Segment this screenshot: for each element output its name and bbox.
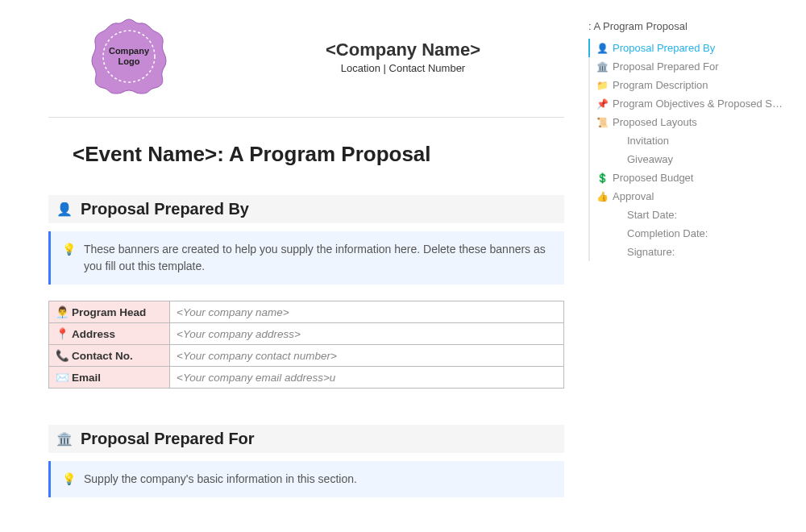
outline-item-label: Start Date: bbox=[627, 209, 677, 221]
field-label: Address bbox=[72, 328, 115, 340]
lightbulb-icon: 💡 bbox=[62, 471, 76, 488]
logo-container: Company Logo bbox=[48, 16, 210, 97]
section-proposal-prepared-by: 👤 Proposal Prepared By bbox=[48, 195, 564, 223]
table-row: ✉️Email <Your company email address>u bbox=[49, 367, 564, 389]
outline-item-label: Proposal Prepared For bbox=[613, 60, 719, 73]
phone-icon: 📞 bbox=[56, 349, 69, 362]
outline-item-label: Invitation bbox=[627, 135, 669, 147]
outline-item-icon: 📁 bbox=[596, 80, 608, 91]
info-banner: 💡 These banners are created to help you … bbox=[48, 231, 564, 285]
lightbulb-icon: 💡 bbox=[62, 241, 76, 275]
outline-item-label: Proposal Prepared By bbox=[613, 42, 715, 54]
section-title: Proposal Prepared For bbox=[81, 430, 255, 448]
table-row: 📍Address <Your company address> bbox=[49, 323, 564, 345]
outline-item-icon: 📌 bbox=[596, 98, 608, 110]
outline-item[interactable]: 📜Proposed Layouts bbox=[588, 113, 794, 131]
outline-item-label: Completion Date: bbox=[627, 227, 708, 239]
field-label: Program Head bbox=[72, 306, 146, 318]
outline-item[interactable]: Invitation bbox=[588, 131, 794, 150]
email-field[interactable]: <Your company email address>u bbox=[170, 367, 564, 389]
address-field[interactable]: <Your company address> bbox=[170, 323, 564, 345]
outline-item[interactable]: Start Date: bbox=[588, 206, 794, 224]
outline-item-label: Giveaway bbox=[627, 153, 673, 165]
outline-item[interactable]: 👤Proposal Prepared By bbox=[588, 39, 794, 57]
outline-item-icon: 💲 bbox=[596, 172, 608, 184]
program-head-field[interactable]: <Your company name> bbox=[170, 301, 564, 323]
logo-text-line2: Logo bbox=[118, 56, 140, 66]
table-row: 📞Contact No. <Your company contact numbe… bbox=[49, 345, 564, 367]
event-title: <Event Name>: A Program Proposal bbox=[73, 142, 564, 167]
outline-item-label: Program Objectives & Proposed S… bbox=[613, 98, 783, 110]
outline-item-label: Approval bbox=[613, 190, 654, 202]
outline-item[interactable]: 💲Proposed Budget bbox=[588, 168, 794, 187]
outline-item[interactable]: 📌Program Objectives & Proposed S… bbox=[588, 94, 794, 113]
prepared-by-table: 👨‍💼Program Head <Your company name> 📍Add… bbox=[48, 301, 564, 389]
banner-text: These banners are created to help you su… bbox=[84, 241, 553, 275]
document-header: Company Logo <Company Name> Location | C… bbox=[48, 16, 564, 97]
outline-item-label: Signature: bbox=[627, 246, 675, 258]
company-subline: Location | Contact Number bbox=[242, 62, 564, 74]
outline-item-label: Proposed Layouts bbox=[613, 116, 697, 128]
document-outline: : A Program Proposal 👤Proposal Prepared … bbox=[588, 20, 794, 261]
outline-item-icon: 🏛️ bbox=[596, 61, 608, 73]
field-label: Email bbox=[72, 372, 101, 384]
building-icon: 🏛️ bbox=[56, 431, 73, 447]
banner-text: Supply the company's basic information i… bbox=[84, 471, 357, 488]
program-head-icon: 👨‍💼 bbox=[56, 305, 69, 318]
contact-field[interactable]: <Your company contact number> bbox=[170, 345, 564, 367]
outline-header: : A Program Proposal bbox=[588, 20, 794, 32]
outline-item-icon: 📜 bbox=[596, 117, 608, 128]
divider bbox=[48, 117, 564, 118]
address-icon: 📍 bbox=[56, 327, 69, 340]
section-title: Proposal Prepared By bbox=[81, 200, 249, 218]
logo-text-line1: Company bbox=[109, 46, 149, 56]
person-icon: 👤 bbox=[56, 202, 73, 217]
outline-item-label: Proposed Budget bbox=[613, 172, 693, 184]
outline-item-icon: 👤 bbox=[596, 43, 608, 54]
outline-item[interactable]: 👍Approval bbox=[588, 187, 794, 206]
company-name: <Company Name> bbox=[242, 39, 564, 60]
info-banner: 💡 Supply the company's basic information… bbox=[48, 461, 564, 497]
email-icon: ✉️ bbox=[56, 371, 69, 384]
outline-item[interactable]: Signature: bbox=[588, 243, 794, 261]
outline-item[interactable]: Giveaway bbox=[588, 150, 794, 168]
outline-item[interactable]: 🏛️Proposal Prepared For bbox=[588, 57, 794, 76]
outline-item-label: Program Description bbox=[613, 79, 708, 91]
section-proposal-prepared-for: 🏛️ Proposal Prepared For bbox=[48, 425, 564, 453]
table-row: 👨‍💼Program Head <Your company name> bbox=[49, 301, 564, 323]
field-label: Contact No. bbox=[72, 350, 133, 362]
outline-item[interactable]: 📁Program Description bbox=[588, 76, 794, 94]
outline-item-icon: 👍 bbox=[596, 191, 608, 202]
outline-item[interactable]: Completion Date: bbox=[588, 224, 794, 243]
company-logo: Company Logo bbox=[89, 16, 169, 97]
